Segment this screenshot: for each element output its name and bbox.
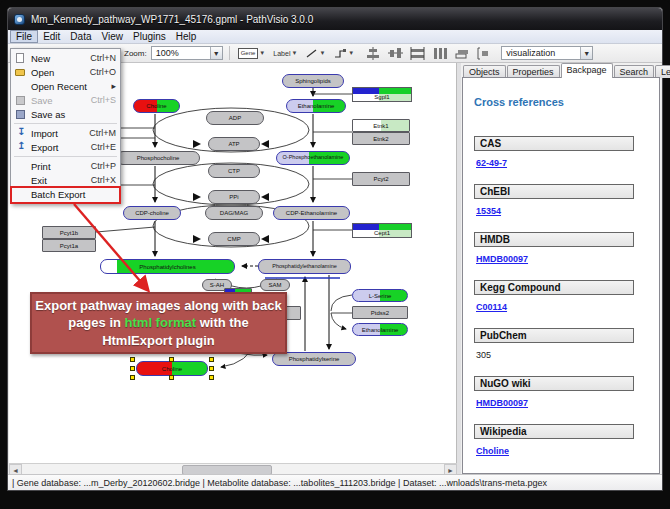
crossref-link[interactable]: Choline (476, 446, 509, 456)
line-icon (305, 48, 318, 59)
distribute-vertical-icon[interactable] (432, 47, 447, 60)
selection-handle[interactable] (130, 357, 135, 362)
selection-handle[interactable] (169, 375, 174, 380)
selection-handle[interactable] (209, 357, 214, 362)
menu-view[interactable]: View (96, 30, 128, 43)
group-icon[interactable] (476, 47, 491, 60)
node-ctp[interactable]: CTP (208, 164, 260, 178)
node-phosphatidylcholines[interactable]: Phosphatidylcholines (100, 259, 235, 274)
node-l-serine[interactable]: L-Serine (352, 289, 408, 302)
selection-handle[interactable] (209, 375, 214, 380)
menu-data[interactable]: Data (65, 30, 96, 43)
node-cdp-ethanolamine[interactable]: CDP-Ethanolamine (273, 206, 350, 220)
selection-handle[interactable] (130, 375, 135, 380)
status-bar: | Gene database: ...m_Derby_20120602.bri… (8, 474, 662, 490)
menu-item-open[interactable]: OpenCtrl+O (11, 65, 120, 79)
pathvisio-window: Mm_Kennedy_pathway_WP1771_45176.gpml - P… (7, 7, 663, 491)
node-etnk1[interactable]: Etnk1 (352, 119, 410, 132)
crossrefs-heading: Cross references (474, 96, 651, 108)
node-ptdss2[interactable]: Ptdss2 (352, 306, 408, 319)
visualization-combobox[interactable]: visualization ▼ (501, 46, 593, 60)
node-sam[interactable]: SAM (260, 279, 290, 291)
node-ethanolamine[interactable]: Ethanolamine (286, 99, 346, 113)
crossref-section: ChEBI 15354 (474, 184, 651, 218)
node-o-phosphoethanolamine[interactable]: O-Phosphoethanolamine (276, 151, 350, 165)
stack-icon[interactable] (454, 47, 469, 60)
menu-separator (14, 156, 117, 157)
distribute-horizontal-icon[interactable] (410, 47, 425, 60)
node-etnk2[interactable]: Etnk2 (352, 132, 410, 145)
node-choline[interactable]: Choline (133, 99, 180, 113)
crossref-section: Wikipedia Choline (474, 424, 651, 458)
align-center-icon[interactable] (366, 47, 381, 60)
chevron-down-icon[interactable]: ▼ (210, 47, 222, 59)
selection-handle[interactable] (209, 366, 214, 371)
crossref-section: CAS 62-49-7 (474, 136, 651, 170)
selection-handle[interactable] (130, 366, 135, 371)
menu-edit[interactable]: Edit (38, 30, 65, 43)
menu-item-new[interactable]: NewCtrl+N (11, 51, 120, 65)
node-sgpl1[interactable]: Sgpl1 (352, 87, 412, 102)
line-tool-button[interactable]: ▼ (303, 46, 327, 61)
menu-plugins[interactable]: Plugins (128, 30, 171, 43)
menu-help[interactable]: Help (171, 30, 202, 43)
chevron-down-icon[interactable]: ▼ (348, 50, 354, 56)
menu-item-print[interactable]: PrintCtrl+P (11, 159, 120, 173)
crossref-link[interactable]: HMDB00097 (476, 398, 528, 408)
menu-item-save-as[interactable]: Save as (11, 107, 120, 121)
crossref-link[interactable]: 15354 (476, 206, 501, 216)
node-atp[interactable]: ATP (208, 137, 260, 151)
submenu-arrow-icon: ▸ (111, 81, 116, 91)
menu-item-open-recent[interactable]: Open Recent▸ (11, 79, 120, 93)
menu-item-batch-export[interactable]: Batch Export (11, 187, 120, 201)
new-file-icon (14, 53, 27, 64)
menu-item-exit[interactable]: ExitCtrl+X (11, 173, 120, 187)
visualization-value: visualization (506, 48, 555, 58)
node-phosphocholine[interactable]: Phosphocholine (116, 151, 200, 165)
node-choline-selected[interactable]: Choline (136, 361, 208, 376)
node-pcyt2[interactable]: Pcyt2 (352, 172, 410, 186)
annotation-line3: HtmlExport plugin (102, 332, 215, 350)
menu-item-export[interactable]: ExportCtrl+E (11, 140, 120, 154)
node-pcyt1a[interactable]: Pcyt1a (42, 239, 96, 252)
annotation-callout: Export pathway images along with back pa… (30, 292, 287, 354)
node-phosphatidylserine[interactable]: Phosphatidylserine (272, 352, 356, 366)
crossref-link[interactable]: C00114 (476, 302, 507, 312)
crossref-link[interactable]: HMDB00097 (476, 254, 528, 264)
export-icon (14, 142, 27, 153)
node-cept1[interactable]: Cept1 (352, 223, 412, 238)
connector-tool-button[interactable]: ▼ (331, 46, 356, 61)
menu-file[interactable]: File (10, 30, 38, 43)
chevron-down-icon[interactable]: ▼ (580, 47, 592, 59)
zoom-combobox[interactable]: 100% ▼ (151, 46, 223, 60)
gene-tool-button[interactable]: Gene ▼ (236, 46, 268, 61)
selection-handle[interactable] (169, 357, 174, 362)
sidebar-tabs: Objects Properties Backpage Search Legen… (461, 63, 661, 78)
align-middle-icon[interactable] (388, 47, 403, 60)
menu-item-import[interactable]: ImportCtrl+M (11, 126, 120, 140)
node-gene-partial[interactable] (285, 306, 301, 320)
node-adp[interactable]: ADP (206, 111, 264, 125)
node-sphingolipids[interactable]: Sphingolipids (282, 74, 344, 88)
label-tool-button[interactable]: Label ▼ (271, 46, 299, 61)
chevron-down-icon[interactable]: ▼ (291, 50, 297, 56)
tab-backpage[interactable]: Backpage (561, 63, 613, 78)
node-phosphatidylethanolamine[interactable]: Phosphatidylethanolamine (258, 259, 351, 274)
node-pcyt1b[interactable]: Pcyt1b (42, 226, 96, 239)
crossref-section: HMDB HMDB00097 (474, 232, 651, 266)
chevron-down-icon[interactable]: ▼ (259, 50, 265, 56)
menu-item-save: SaveCtrl+S (11, 93, 120, 107)
node-ppi[interactable]: PPi (208, 190, 260, 204)
node-cmp[interactable]: CMP (208, 232, 260, 246)
expression-stripe (353, 224, 411, 230)
title-bar: Mm_Kennedy_pathway_WP1771_45176.gpml - P… (8, 8, 662, 30)
screenshot-frame: Mm_Kennedy_pathway_WP1771_45176.gpml - P… (0, 0, 670, 509)
node-ethanolamine-bottom[interactable]: Ethanolamine (352, 323, 408, 336)
open-folder-icon (14, 67, 27, 78)
crossref-source: ChEBI (474, 184, 634, 199)
crossref-section: Kegg Compound C00114 (474, 280, 651, 314)
chevron-down-icon[interactable]: ▼ (319, 50, 325, 56)
node-cdp-choline[interactable]: CDP-choline (123, 206, 181, 220)
node-dag-mag[interactable]: DAG/MAG (205, 206, 263, 220)
crossref-link[interactable]: 62-49-7 (476, 158, 507, 168)
